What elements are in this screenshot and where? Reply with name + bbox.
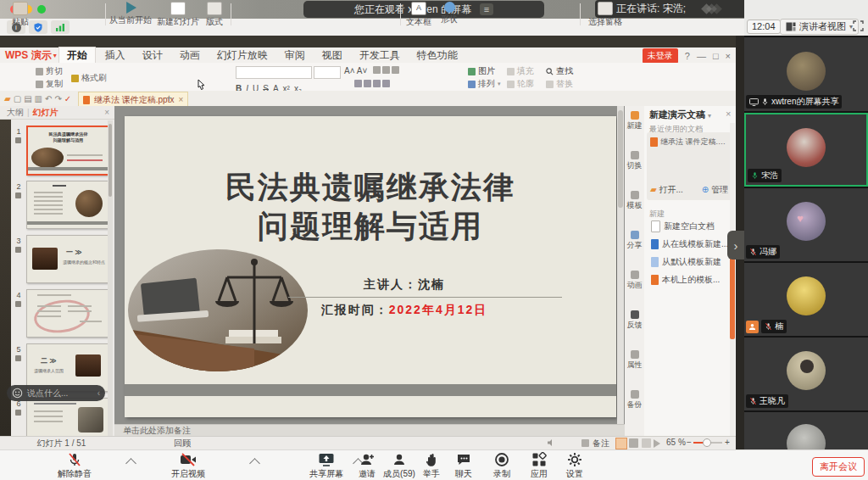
tab-review[interactable]: 审阅 xyxy=(277,47,313,64)
sorter-view-icon[interactable] xyxy=(629,438,638,448)
print-icon[interactable]: ▥ xyxy=(35,94,42,103)
selection-pane-button[interactable]: 选择窗格 xyxy=(585,2,626,28)
chat-placeholder[interactable]: 说点什么... xyxy=(27,388,68,399)
participant-tile-speaking[interactable]: 宋浩 xyxy=(744,113,868,187)
participant-tile-host[interactable]: 楠 xyxy=(744,263,868,336)
fullscreen-icon[interactable] xyxy=(853,20,864,31)
tab-animation[interactable]: 动画 xyxy=(172,47,208,64)
banner-menu-icon[interactable]: ≡ xyxy=(480,3,493,15)
picture-button[interactable]: 图片 xyxy=(468,65,495,77)
slide-thumbnail-3[interactable]: 一 ≫ 遗嘱继承的概念和特点 xyxy=(26,235,108,283)
report-time-line[interactable]: 汇报时间：2022年4月12日 xyxy=(260,303,548,318)
notes-toggle[interactable]: 备注 xyxy=(593,438,609,449)
font-size-select[interactable] xyxy=(314,66,341,79)
find-button[interactable]: 查找 xyxy=(546,65,573,77)
new-slide-button[interactable]: 新建幻灯片 xyxy=(156,2,200,28)
restore-icon[interactable]: □ xyxy=(713,51,719,61)
textbox-button[interactable]: A文本框 xyxy=(403,2,434,28)
close-pane-icon[interactable]: × xyxy=(726,109,731,119)
manage-button[interactable]: ⊕ 管理 xyxy=(702,184,728,196)
minimize-icon[interactable]: — xyxy=(697,51,706,61)
outline-button[interactable]: 轮廓 xyxy=(507,78,534,90)
outline-tab[interactable]: 大纲 xyxy=(7,107,24,119)
fill-button[interactable]: 填充 xyxy=(507,65,534,77)
rail-animation[interactable]: 动画 xyxy=(625,271,644,291)
emoji-icon[interactable] xyxy=(12,388,23,399)
rail-template[interactable]: 模板 xyxy=(625,191,644,211)
settings-button[interactable]: 设置 xyxy=(551,452,598,480)
participant-tile-sharing[interactable]: xwtren的屏幕共享 xyxy=(744,37,868,111)
slides-tab[interactable]: 幻灯片 xyxy=(33,107,58,119)
save-icon[interactable]: ▢ xyxy=(14,94,21,103)
chat-quick-bubble[interactable]: 说点什么... ‹ xyxy=(7,385,105,401)
layout-button[interactable]: 版式 xyxy=(202,2,227,28)
sidebar-collapse-handle[interactable]: › xyxy=(727,231,744,260)
tab-special[interactable]: 特色功能 xyxy=(409,47,465,64)
zoom-in-button[interactable]: + xyxy=(725,438,730,447)
new-blank-doc[interactable]: 新建空白文档 xyxy=(651,220,715,232)
thumbnails-scrollbar-thumb[interactable] xyxy=(108,124,112,197)
help-icon[interactable]: ? xyxy=(685,51,690,61)
play-view-icon[interactable] xyxy=(654,439,660,448)
participant-tile-partial[interactable] xyxy=(744,412,868,449)
presenter-line[interactable]: 主讲人：沈楠 xyxy=(260,277,548,293)
tab-insert[interactable]: 插入 xyxy=(97,47,133,64)
slide-title-line2[interactable]: 问题理解与适用 xyxy=(125,206,616,248)
slide-thumbnail-2[interactable] xyxy=(26,181,108,229)
rail-properties[interactable]: 属性 xyxy=(625,350,644,371)
participant-tile[interactable]: ♥ 冯娜 xyxy=(744,188,868,261)
replace-button[interactable]: 替换 xyxy=(546,78,573,90)
start-video-button[interactable]: 开启视频 xyxy=(164,452,212,480)
folder-icon[interactable]: ▰ xyxy=(4,94,11,103)
cut-button[interactable]: 剪切 xyxy=(36,65,63,77)
output-icon[interactable]: ▤ xyxy=(24,94,31,103)
new-from-default-template[interactable]: 从默认模板新建 xyxy=(651,256,721,268)
reading-view-icon[interactable] xyxy=(642,438,651,448)
tab-home[interactable]: 开始 xyxy=(58,47,96,64)
font-name-select[interactable] xyxy=(236,66,312,79)
rail-backup[interactable]: 备份 xyxy=(625,390,644,410)
local-templates[interactable]: 本机上的模板... xyxy=(651,274,720,286)
notes-bar[interactable]: 单击此处添加备注 xyxy=(114,424,625,436)
play-from-current-button[interactable]: 从当前开始 xyxy=(108,2,153,26)
shapes-button[interactable]: 形状 xyxy=(436,2,463,25)
pane-scrollbar-thumb[interactable] xyxy=(730,254,735,339)
recent-file-item[interactable]: 继承法 课件定稿.pptx xyxy=(647,132,732,148)
tab-devtools[interactable]: 开发工具 xyxy=(352,47,408,64)
close-doc-icon[interactable]: × xyxy=(178,95,183,104)
new-tab-button[interactable]: + xyxy=(166,92,172,104)
normal-view-icon[interactable] xyxy=(615,438,627,449)
unmute-button[interactable]: 解除静音 xyxy=(51,452,98,480)
notes-status-icon[interactable] xyxy=(581,439,589,447)
participant-tile[interactable]: 王晓凡 xyxy=(744,338,868,410)
paste-button[interactable]: 粘贴 xyxy=(7,2,34,28)
view-mode-button[interactable]: 演讲者视图 ▾ xyxy=(780,19,859,35)
rail-switch[interactable]: 切换 xyxy=(625,151,644,171)
current-slide[interactable]: 民法典遗嘱继承法律 问题理解与适用 xyxy=(125,116,616,417)
undo-icon[interactable]: ↶ xyxy=(45,94,52,103)
close-panel-icon[interactable]: × xyxy=(104,108,109,117)
zoom-slider-knob[interactable] xyxy=(703,438,711,447)
rail-new[interactable]: 新建 xyxy=(625,111,644,131)
new-from-online-template[interactable]: 从在线模板新建... xyxy=(651,238,728,250)
zoom-traffic-light[interactable] xyxy=(37,5,46,14)
pin-icon[interactable]: ✓ xyxy=(64,94,71,103)
copy-button[interactable]: 复制 xyxy=(36,78,63,90)
format-painter-button[interactable]: 格式刷 xyxy=(71,72,107,84)
slide-thumbnail-4[interactable] xyxy=(26,289,108,338)
paragraph-icons-row[interactable] xyxy=(354,80,390,87)
list-icons-row[interactable] xyxy=(373,66,399,74)
slide-scrollbar-thumb[interactable] xyxy=(618,110,623,208)
collapse-chat-icon[interactable]: ‹ xyxy=(97,388,100,398)
close-icon[interactable]: × xyxy=(726,51,731,61)
rail-feedback[interactable]: 反馈 xyxy=(625,310,644,331)
arrange-button[interactable]: 排列▾ xyxy=(468,78,501,90)
login-badge[interactable]: 未登录 xyxy=(643,48,678,64)
leave-meeting-button[interactable]: 离开会议 xyxy=(812,457,865,477)
redo-icon[interactable]: ↷ xyxy=(54,94,61,103)
slide-thumbnail-6[interactable] xyxy=(26,398,108,436)
wps-logo[interactable]: WPS 演示 xyxy=(5,48,52,63)
network-signal-icon[interactable] xyxy=(51,20,70,34)
tab-design[interactable]: 设计 xyxy=(135,47,170,64)
tab-view[interactable]: 视图 xyxy=(314,47,350,64)
